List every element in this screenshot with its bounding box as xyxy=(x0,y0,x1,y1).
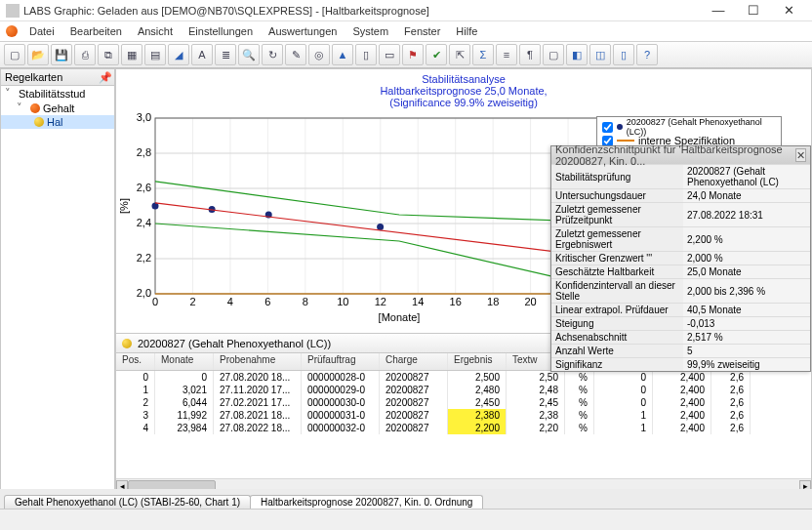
tab-chart1[interactable]: Gehalt Phenoxyethanol (LC) (STABI-25-60,… xyxy=(4,495,251,509)
tb-save-icon[interactable]: 💾 xyxy=(51,44,72,65)
legend-check[interactable] xyxy=(602,122,613,133)
cell-t: 2,45 xyxy=(507,396,565,409)
title-bar: LABS Graphic: Geladen aus [DEMO@NB70\SQL… xyxy=(0,0,812,21)
svg-text:0: 0 xyxy=(152,296,158,307)
tb-print-icon[interactable]: ⎙ xyxy=(74,44,96,65)
cell-v: 0 xyxy=(594,384,653,396)
info-val: 24,0 Monate xyxy=(683,189,810,203)
collapse-icon[interactable]: ˅ xyxy=(17,102,27,114)
table-row[interactable]: 26,04427.02.2021 17...000000030-02020082… xyxy=(116,396,811,409)
tb-zoom-icon[interactable]: 🔍 xyxy=(238,44,260,65)
cell-pos: 3 xyxy=(116,409,155,422)
menu-system[interactable]: System xyxy=(345,25,396,37)
info-key: Anzahl Werte xyxy=(551,345,683,358)
tb-table-icon[interactable]: ▦ xyxy=(121,44,142,65)
info-key: Steigung xyxy=(551,317,683,331)
menu-auswertungen[interactable]: Auswertungen xyxy=(261,25,345,37)
chart-subtitle: Haltbarkeitsprognose 25,0 Monate, xyxy=(116,85,811,97)
tb-page-icon[interactable]: ▭ xyxy=(379,44,400,65)
tb-copy-icon[interactable]: ⧉ xyxy=(98,44,119,65)
cell-auftrag: 000000029-0 xyxy=(302,384,380,396)
tb-refresh-icon[interactable]: ↻ xyxy=(262,44,283,65)
tb-delta-icon[interactable]: ▲ xyxy=(332,44,353,65)
svg-text:2,8: 2,8 xyxy=(137,146,151,158)
tree-root[interactable]: ˅ Stabilitätsstud xyxy=(1,86,114,101)
tb-export-icon[interactable]: ⇱ xyxy=(449,44,470,65)
menu-bearbeiten[interactable]: Bearbeiten xyxy=(62,25,130,37)
menu-hilfe[interactable]: Hilfe xyxy=(448,25,485,37)
col-pos[interactable]: Pos. xyxy=(116,353,155,370)
tb-doc-icon[interactable]: ▯ xyxy=(355,44,377,65)
tb-chart-icon[interactable]: ◢ xyxy=(168,44,189,65)
cell-v: 1 xyxy=(594,422,653,434)
col-charge[interactable]: Charge xyxy=(380,353,448,370)
menu-fenster[interactable]: Fenster xyxy=(396,25,448,37)
cell-t: 2,50 xyxy=(507,371,565,384)
info-title: Konfidenzschnittpunkt für 'Haltbarkeitsp… xyxy=(555,143,795,167)
svg-point-45 xyxy=(377,224,384,230)
info-table: Stabilitätsprüfung20200827 (Gehalt Pheno… xyxy=(551,164,810,371)
cell-monate: 0 xyxy=(155,371,214,384)
col-ergebnis[interactable]: Ergebnis xyxy=(448,353,507,370)
cell-probe: 27.02.2021 17... xyxy=(214,396,302,409)
cell-probe: 27.11.2020 17... xyxy=(214,384,302,396)
info-val: 2,200 % xyxy=(683,227,810,252)
close-button[interactable]: ✕ xyxy=(771,1,806,20)
cell-auftrag: 000000031-0 xyxy=(302,409,380,422)
tb-list-icon[interactable]: ≣ xyxy=(215,44,236,65)
legend-item[interactable]: 20200827 (Gehalt Phenoxyethanol (LC)) xyxy=(602,120,776,134)
chart-subtitle2: (Significance 99.9% zweiseitig) xyxy=(116,97,811,108)
maximize-button[interactable]: ☐ xyxy=(736,1,771,20)
col-monate[interactable]: Monate xyxy=(155,353,214,370)
table-row[interactable]: 13,02127.11.2020 17...000000029-02020082… xyxy=(116,384,811,396)
tb-flag-icon[interactable]: ⚑ xyxy=(402,44,424,65)
cell-ergebnis: 2,380 xyxy=(448,409,507,422)
pin-icon[interactable]: 📌 xyxy=(99,71,110,83)
info-key: Geschätzte Haltbarkeit xyxy=(551,265,683,279)
tb-tile1-icon[interactable]: ◧ xyxy=(566,44,588,65)
tb-tools-icon[interactable]: ✎ xyxy=(285,44,306,65)
table-row[interactable]: 423,98427.08.2022 18...000000032-0202008… xyxy=(116,422,811,434)
table-row[interactable]: 0027.08.2020 18...000000028-0202008272,5… xyxy=(116,371,811,384)
minimize-button[interactable]: — xyxy=(701,1,736,20)
menu-einstellungen[interactable]: Einstellungen xyxy=(181,25,261,37)
menu-ansicht[interactable]: Ansicht xyxy=(130,25,181,37)
col-pruefauftrag[interactable]: Prüfauftrag xyxy=(302,353,380,370)
table-row[interactable]: 311,99227.08.2021 18...000000031-0202008… xyxy=(116,409,811,422)
cell-x: 2,6 xyxy=(711,384,751,396)
cell-t: 2,48 xyxy=(507,384,565,396)
tb-tile3-icon[interactable]: ▯ xyxy=(613,44,634,65)
menu-datei[interactable]: Datei xyxy=(21,25,62,37)
cell-probe: 27.08.2022 18... xyxy=(214,422,302,434)
tb-sigma-icon[interactable]: Σ xyxy=(472,44,494,65)
svg-text:3,0: 3,0 xyxy=(137,111,151,123)
content-area: Stabilitätsanalyse Haltbarkeitsprognose … xyxy=(115,68,812,509)
col-probenahme[interactable]: Probenahme xyxy=(214,353,302,370)
tree-node-hal[interactable]: Hal xyxy=(1,115,114,129)
info-header[interactable]: Konfidenzschnittpunkt für 'Haltbarkeitsp… xyxy=(551,146,810,164)
tb-grid-icon[interactable]: ▤ xyxy=(144,44,166,65)
tb-filter-icon[interactable]: ≡ xyxy=(496,44,517,65)
info-close-icon[interactable]: ✕ xyxy=(795,148,806,162)
tb-help-icon[interactable]: ? xyxy=(636,44,658,65)
tb-tile2-icon[interactable]: ◫ xyxy=(589,44,611,65)
tb-new-icon[interactable]: ▢ xyxy=(4,44,25,65)
tree-node-label: Gehalt xyxy=(43,102,74,114)
tb-check-icon[interactable]: ✔ xyxy=(426,44,447,65)
tb-open-icon[interactable]: 📂 xyxy=(27,44,49,65)
cell-w: 2,400 xyxy=(653,422,711,434)
tb-text-icon[interactable]: A xyxy=(191,44,213,65)
grid-title: 20200827 (Gehalt Phenoxyethanol (LC)) xyxy=(138,338,331,349)
tb-para-icon[interactable]: ¶ xyxy=(519,44,541,65)
collapse-icon[interactable]: ˅ xyxy=(5,87,16,100)
yellow-ball-icon xyxy=(34,117,44,127)
info-panel[interactable]: Konfidenzschnittpunkt für 'Haltbarkeitsp… xyxy=(550,145,811,372)
tb-target-icon[interactable]: ◎ xyxy=(308,44,330,65)
info-val: -0,013 xyxy=(683,317,810,331)
info-key: Linear extrapol. Prüfdauer xyxy=(551,304,683,317)
tree-node-gehalt[interactable]: ˅ Gehalt xyxy=(1,101,114,115)
tab-prognose[interactable]: Haltbarkeitsprognose 20200827, Kin. 0. O… xyxy=(250,495,483,509)
chart-title: Stabilitätsanalyse xyxy=(116,73,811,85)
tb-win-icon[interactable]: ▢ xyxy=(543,44,564,65)
cell-monate: 11,992 xyxy=(155,409,214,422)
